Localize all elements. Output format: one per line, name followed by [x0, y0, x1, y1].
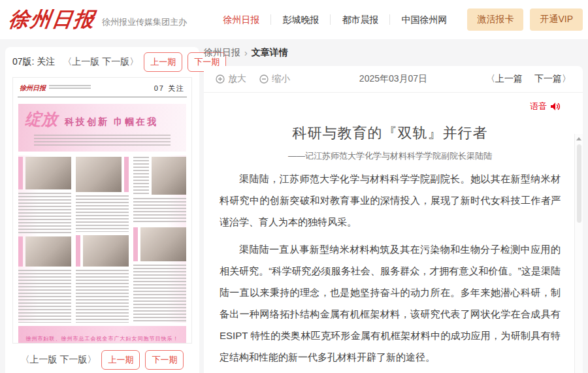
nav-item-china-xuzhou[interactable]: 中国徐州网: [390, 14, 458, 25]
next-page-link-bottom[interactable]: 下一版〉: [59, 354, 96, 365]
open-vip-button[interactable]: 开通VIP: [530, 8, 583, 31]
site-slogan: 徐州报业传媒集团主办: [102, 16, 187, 28]
next-page-link[interactable]: 下一版〉: [102, 56, 139, 67]
article-card: 放大 缩小 2025年03月07日 〈上一篇 下一篇〉 语音: [204, 66, 583, 373]
photo-placeholder: [76, 157, 122, 192]
next-issue-button-bottom[interactable]: 下一期: [145, 350, 184, 370]
photo-placeholder: [25, 157, 71, 189]
speaker-icon: [550, 102, 561, 111]
article-paragraph: 渠陆陆一直从事新型纳米材料构筑及其在污染物和生物分子检测中应用的相关研究。“科学…: [220, 238, 561, 368]
breadcrumb-separator: ›: [244, 48, 248, 58]
zoom-in-icon: [216, 74, 225, 84]
breadcrumb-current: 文章详情: [252, 47, 288, 59]
newspaper-masthead: 徐州日报 07 关注: [18, 78, 187, 97]
headline-bar: [18, 157, 23, 189]
top-nav: 徐州日报 彭城晚报 都市晨报 中国徐州网: [212, 14, 458, 25]
zoom-out-label: 缩小: [272, 73, 290, 85]
zoom-in-label: 放大: [228, 73, 246, 85]
page-navigation-top: 〈上一版 下一版〉: [63, 56, 139, 68]
newspaper-banner-headline: 科技创新 巾帼在我: [65, 116, 158, 128]
photo-placeholder: [152, 157, 186, 195]
scroll-up-arrow-icon[interactable]: [576, 137, 581, 140]
newspaper-masthead-logo: 徐州日报: [20, 84, 46, 93]
newspaper-banner-intro-textlines: [34, 135, 171, 146]
newspaper-page-thumbnail[interactable]: 徐州日报 07 关注 绽放 科技创新 巾帼在我: [12, 77, 192, 344]
voice-label: 语音: [530, 101, 547, 112]
article-scrollbar[interactable]: [574, 134, 583, 373]
nav-item-xuzhou-daily[interactable]: 徐州日报: [212, 14, 271, 25]
prev-article-link[interactable]: 〈上一篇: [486, 73, 523, 85]
zoom-out-button[interactable]: 缩小: [259, 73, 290, 85]
headline-bar: [18, 236, 23, 267]
article-toolbar: 放大 缩小 2025年03月07日 〈上一篇 下一篇〉: [204, 66, 583, 93]
zoom-in-button[interactable]: 放大: [216, 73, 246, 85]
site-header: 徐州日报 徐州报业传媒集团主办 徐州日报 彭城晚报 都市晨报 中国徐州网 激活报…: [0, 0, 588, 39]
headline-bar: [124, 157, 129, 192]
photo-placeholder: [25, 236, 71, 267]
newspaper-masthead-info: [49, 84, 91, 90]
headline-bar: [133, 227, 138, 261]
site-logo[interactable]: 徐州日报: [7, 6, 97, 33]
prev-issue-button[interactable]: 上一期: [144, 52, 182, 72]
article-panel: 徐州日报 › 文章详情 放大 缩小 2025年03月07日 〈: [204, 39, 583, 373]
header-buttons: 激活报卡 开通VIP: [467, 8, 583, 31]
prev-page-link-bottom[interactable]: 〈上一版: [21, 354, 57, 365]
main-area: 07版: 关注 〈上一版 下一版〉 上一期 下一期 徐州日报 07 关注 绽放 …: [0, 39, 588, 373]
headline-bar: [76, 235, 80, 267]
nav-item-metro-morning[interactable]: 都市晨报: [331, 14, 390, 25]
breadcrumb-section[interactable]: 徐州日报: [204, 47, 240, 59]
voice-playback-button[interactable]: 语音: [220, 99, 561, 114]
edition-panel-footer: 〈上一版 下一版〉 上一期 下一期: [5, 344, 199, 373]
newspaper-column: [76, 155, 129, 323]
prev-page-link[interactable]: 〈上一版: [63, 56, 99, 67]
photo-placeholder: [83, 235, 129, 267]
newspaper-column: [133, 155, 186, 323]
edition-panel-header: 07版: 关注 〈上一版 下一版〉 上一期 下一期: [5, 47, 199, 77]
newspaper-page-number: 07 关注: [154, 84, 185, 93]
newspaper-columns: [18, 155, 186, 323]
article-content: 语音 科研与教育的『双轨』并行者 ——记江苏师范大学化学与材料科学学院副院长渠陆…: [204, 93, 583, 373]
article-title: 科研与教育的『双轨』并行者: [220, 123, 561, 143]
article-paragraph: 渠陆陆，江苏师范大学化学与材料科学学院副院长。她以其在新型纳米材料研究中的创新突…: [220, 168, 561, 233]
newspaper-column: [18, 155, 71, 323]
edition-panel: 07版: 关注 〈上一版 下一版〉 上一期 下一期 徐州日报 07 关注 绽放 …: [5, 47, 199, 373]
zoom-out-icon: [259, 74, 269, 84]
newspaper-banner-script: 绽放: [25, 108, 57, 130]
newspaper-footer-strip: 徐州市妇联、徐州市总工会祝全市广大妇女同胞节日快乐！: [18, 326, 186, 344]
next-article-link[interactable]: 下一篇〉: [534, 73, 571, 85]
newspaper-footer-note: 徐州市妇联、徐州市总工会祝全市广大妇女同胞节日快乐！: [26, 336, 179, 342]
nav-item-pengcheng-evening[interactable]: 彭城晚报: [271, 14, 331, 25]
breadcrumb: 徐州日报 › 文章详情: [204, 39, 583, 66]
newspaper-banner: 绽放 科技创新 巾帼在我: [18, 104, 186, 152]
article-body: 渠陆陆，江苏师范大学化学与材料科学学院副院长。她以其在新型纳米材料研究中的创新突…: [220, 168, 561, 373]
scrollbar-thumb[interactable]: [577, 144, 581, 223]
article-subtitle: ——记江苏师范大学化学与材料科学学院副院长渠陆陆: [220, 150, 561, 162]
photo-placeholder: [140, 227, 186, 261]
page-navigation-bottom: 〈上一版 下一版〉: [21, 354, 97, 366]
edition-label: 07版: 关注: [12, 56, 55, 68]
activate-card-button[interactable]: 激活报卡: [467, 8, 523, 31]
prev-issue-button-bottom[interactable]: 上一期: [101, 350, 140, 370]
